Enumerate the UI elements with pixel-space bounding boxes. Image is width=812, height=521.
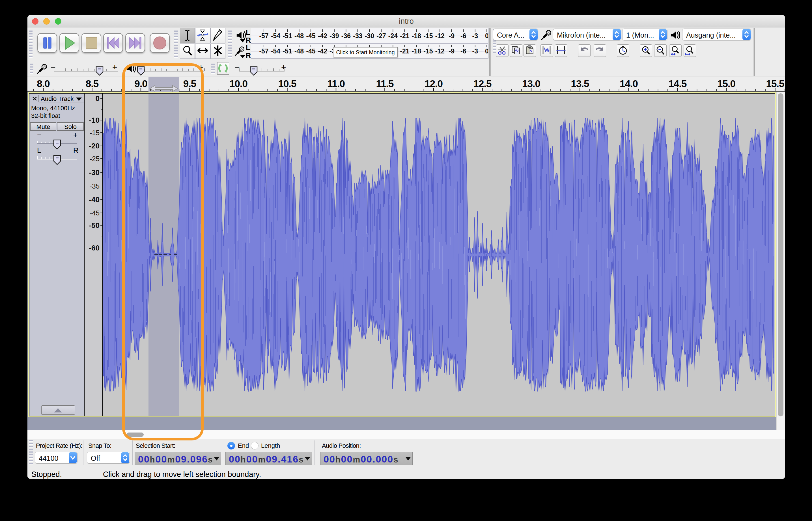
svg-text:-42: -42 bbox=[318, 47, 327, 55]
svg-text:-30: -30 bbox=[89, 168, 100, 177]
svg-text:0: 0 bbox=[485, 32, 488, 40]
svg-text:0: 0 bbox=[485, 47, 488, 55]
svg-text:14.5: 14.5 bbox=[668, 78, 687, 89]
svg-text:-25: -25 bbox=[90, 155, 100, 162]
svg-text:-57: -57 bbox=[259, 47, 268, 55]
svg-text:15.0: 15.0 bbox=[717, 78, 736, 89]
svg-text:-24: -24 bbox=[388, 32, 398, 40]
svg-text:-50: -50 bbox=[89, 221, 100, 230]
svg-text:11.0: 11.0 bbox=[327, 78, 345, 89]
svg-text:10.5: 10.5 bbox=[278, 78, 297, 89]
svg-text:-40: -40 bbox=[89, 195, 100, 204]
svg-text:-3: -3 bbox=[472, 47, 478, 55]
svg-text:-36: -36 bbox=[342, 32, 351, 40]
svg-text:-35: -35 bbox=[90, 182, 100, 190]
svg-text:-15: -15 bbox=[423, 47, 433, 55]
svg-text:-45: -45 bbox=[306, 32, 315, 40]
svg-text:-27: -27 bbox=[376, 32, 386, 40]
svg-text:15.5: 15.5 bbox=[766, 78, 784, 89]
svg-text:-15: -15 bbox=[423, 32, 433, 40]
svg-text:-15: -15 bbox=[90, 129, 100, 137]
svg-text:12.0: 12.0 bbox=[424, 78, 443, 89]
svg-text:-20: -20 bbox=[89, 142, 100, 150]
svg-text:-6: -6 bbox=[460, 47, 466, 55]
svg-text:13.5: 13.5 bbox=[571, 78, 589, 89]
svg-text:14.0: 14.0 bbox=[620, 78, 638, 89]
svg-text:-18: -18 bbox=[412, 47, 421, 55]
svg-text:-48: -48 bbox=[294, 47, 304, 55]
svg-text:-33: -33 bbox=[353, 32, 362, 40]
svg-text:-21: -21 bbox=[400, 47, 409, 55]
svg-text:12.5: 12.5 bbox=[473, 78, 491, 89]
svg-text:-60: -60 bbox=[89, 244, 100, 252]
svg-text:-45: -45 bbox=[306, 47, 315, 55]
svg-text:-3: -3 bbox=[472, 32, 478, 40]
svg-text:10.0: 10.0 bbox=[229, 78, 248, 89]
svg-text:-42: -42 bbox=[318, 32, 327, 40]
svg-text:11.5: 11.5 bbox=[376, 78, 394, 89]
svg-text:-48: -48 bbox=[294, 32, 304, 40]
svg-text:-54: -54 bbox=[271, 32, 280, 40]
svg-text:-51: -51 bbox=[283, 32, 292, 40]
svg-text:-12: -12 bbox=[435, 47, 445, 55]
svg-text:-39: -39 bbox=[329, 32, 339, 40]
svg-text:13.0: 13.0 bbox=[522, 78, 541, 89]
svg-text:-6: -6 bbox=[460, 32, 466, 40]
svg-text:-10: -10 bbox=[89, 116, 100, 124]
svg-text:-18: -18 bbox=[412, 32, 421, 40]
svg-text:-12: -12 bbox=[435, 32, 445, 40]
svg-text:-30: -30 bbox=[365, 32, 374, 40]
svg-text:-9: -9 bbox=[449, 47, 455, 55]
svg-text:-21: -21 bbox=[400, 32, 409, 40]
svg-text:8.5: 8.5 bbox=[86, 78, 99, 89]
svg-text:-9: -9 bbox=[449, 32, 455, 40]
svg-text:-54: -54 bbox=[271, 47, 280, 55]
svg-text:-45: -45 bbox=[90, 209, 100, 217]
svg-text:-51: -51 bbox=[283, 47, 292, 55]
svg-text:-57: -57 bbox=[259, 32, 268, 40]
svg-text:8.0: 8.0 bbox=[37, 78, 50, 89]
svg-text:0: 0 bbox=[95, 94, 100, 103]
